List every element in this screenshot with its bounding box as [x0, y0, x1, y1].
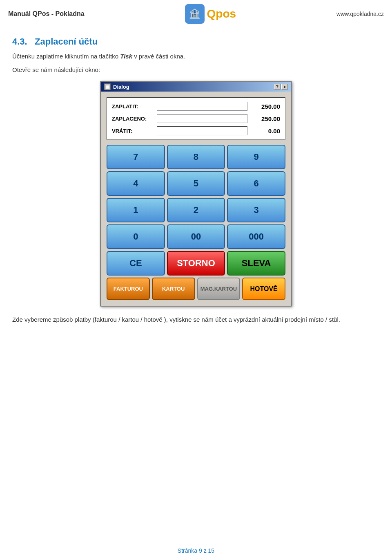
section-number: 4.3.: [12, 36, 27, 47]
zaplaceno-input[interactable]: [157, 114, 247, 123]
section-title: Zaplacení účtu: [35, 36, 98, 47]
header-title: Manuál QPos - Pokladna: [8, 10, 85, 18]
action-row: FAKTUROU KARTOU MAG. KARTOU HOTOVĚ: [107, 278, 285, 300]
dialog-close-button[interactable]: x: [281, 84, 288, 90]
zaplatit-value: 250.00: [252, 103, 280, 110]
intro-part1: Účtenku zaplatíme kliknutím na tlačítko: [12, 53, 120, 60]
section-heading: 4.3. Zaplacení účtu: [12, 36, 380, 47]
intro-bold: Tisk: [120, 53, 132, 60]
mag-kartou-button[interactable]: MAG. KARTOU: [197, 278, 241, 300]
storno-button[interactable]: STORNO: [167, 251, 225, 276]
num-9-button[interactable]: 9: [227, 145, 285, 169]
section-subtext: Otevře se nám následující okno:: [12, 65, 380, 75]
num-1-button[interactable]: 1: [107, 198, 165, 222]
vratit-value: 0.00: [252, 128, 280, 134]
vratit-row: VRÁTIT: 0.00: [112, 126, 280, 135]
dialog-help-button[interactable]: ?: [274, 84, 281, 90]
dialog-titlebar: ▣ Dialog ? x: [101, 82, 291, 92]
dialog-title-icon: ▣: [104, 83, 111, 90]
num-0-button[interactable]: 0: [107, 224, 165, 249]
footer-text: Zde vybereme způsob platby (fakturou / k…: [12, 315, 380, 325]
dialog-title-text: Dialog: [113, 84, 129, 90]
vratit-label: VRÁTIT:: [112, 128, 157, 134]
dialog-body: ZAPLATIT: 250.00 ZAPLACENO: 250.00 VRÁTI…: [101, 92, 291, 306]
zaplatit-input[interactable]: [157, 102, 247, 111]
mag-kartou-line2: KARTOU: [214, 286, 237, 292]
dialog-window: ▣ Dialog ? x ZAPLATIT: 250.00: [100, 81, 292, 307]
hotove-button[interactable]: HOTOVĚ: [242, 278, 285, 300]
fakturou-button[interactable]: FAKTUROU: [107, 278, 150, 300]
mag-kartou-line1: MAG.: [200, 286, 214, 292]
logo-text: Qpos: [207, 7, 236, 20]
zaplaceno-value: 250.00: [252, 115, 280, 122]
section-intro: Účtenku zaplatíme kliknutím na tlačítko …: [12, 52, 380, 61]
page-header: Manuál QPos - Pokladna 🏦 Qpos www.qpokla…: [0, 0, 392, 28]
info-section: ZAPLATIT: 250.00 ZAPLACENO: 250.00 VRÁTI…: [107, 97, 285, 140]
zaplatit-row: ZAPLATIT: 250.00: [112, 102, 280, 111]
logo-area: 🏦 Qpos: [185, 4, 236, 24]
num-4-button[interactable]: 4: [107, 171, 165, 196]
ce-button[interactable]: CE: [107, 251, 165, 276]
numpad-grid: 7 8 9 4 5 6 1 2 3 0 00 000 CE: [107, 145, 285, 276]
zaplaceno-label: ZAPLACENO:: [112, 116, 157, 122]
zaplaceno-row: ZAPLACENO: 250.00: [112, 114, 280, 123]
logo-icon: 🏦: [185, 4, 205, 24]
num-5-button[interactable]: 5: [167, 171, 225, 196]
vratit-input[interactable]: [157, 126, 247, 135]
num-8-button[interactable]: 8: [167, 145, 225, 169]
num-3-button[interactable]: 3: [227, 198, 285, 222]
intro-part2: v pravé části okna.: [132, 53, 185, 60]
dialog-wrapper: ▣ Dialog ? x ZAPLATIT: 250.00: [12, 81, 380, 307]
main-content: 4.3. Zaplacení účtu Účtenku zaplatíme kl…: [0, 28, 392, 333]
num-00-button[interactable]: 00: [167, 224, 225, 249]
num-2-button[interactable]: 2: [167, 198, 225, 222]
page-number: Stránka 9 z 15: [178, 547, 214, 554]
num-6-button[interactable]: 6: [227, 171, 285, 196]
dialog-titlebar-buttons: ? x: [274, 84, 288, 90]
page-footer: Stránka 9 z 15: [0, 543, 392, 558]
dialog-titlebar-left: ▣ Dialog: [104, 83, 129, 90]
kartou-button[interactable]: KARTOU: [152, 278, 195, 300]
header-url: www.qpokladna.cz: [336, 11, 384, 17]
sleva-button[interactable]: SLEVA: [227, 251, 285, 276]
num-000-button[interactable]: 000: [227, 224, 285, 249]
zaplatit-label: ZAPLATIT:: [112, 103, 157, 110]
num-7-button[interactable]: 7: [107, 145, 165, 169]
